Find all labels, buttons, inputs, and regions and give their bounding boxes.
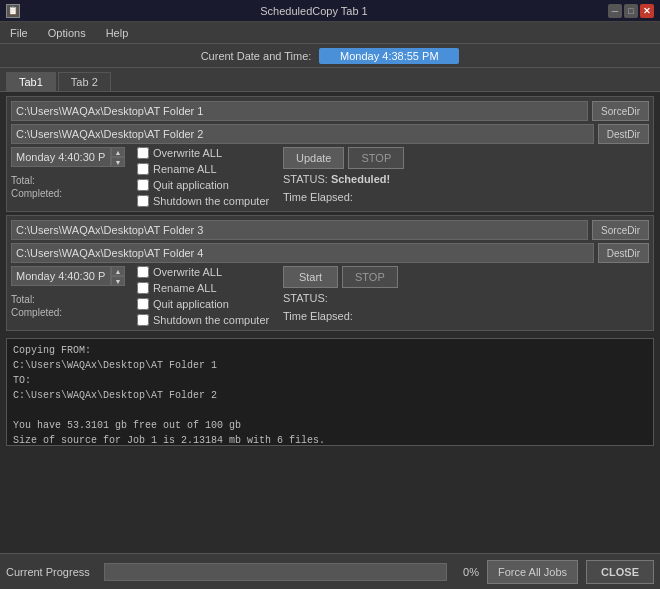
job1-dest-btn[interactable]: DestDir: [598, 124, 649, 144]
job1-time-up[interactable]: ▲: [111, 147, 125, 157]
close-button[interactable]: CLOSE: [586, 560, 654, 584]
job2-shutdown-row: Shutdown the computer: [137, 314, 277, 326]
job1-status-value: Scheduled!: [331, 173, 390, 185]
job1-overwrite-checkbox[interactable]: [137, 147, 149, 159]
log-area[interactable]: Copying FROM:C:\Users\WAQAx\Desktop\AT F…: [6, 338, 654, 446]
job1-time-input[interactable]: [11, 147, 111, 167]
job2-time-input[interactable]: [11, 266, 111, 286]
job1-source-input[interactable]: [11, 101, 588, 121]
job2-actions: Start STOP STATUS: Time Elapsed:: [283, 266, 443, 322]
job1-source-row: SorceDir: [11, 101, 649, 121]
job1-quit-label: Quit application: [153, 179, 229, 191]
job1-update-btn[interactable]: Update: [283, 147, 344, 169]
job1-time-down[interactable]: ▼: [111, 157, 125, 167]
menu-bar: File Options Help: [0, 22, 660, 44]
job1-stop-btn[interactable]: STOP: [348, 147, 404, 169]
window-controls: ─ □ ✕: [608, 4, 654, 18]
job2-quit-row: Quit application: [137, 298, 277, 310]
job1-rename-row: Rename ALL: [137, 163, 277, 175]
job2-rename-label: Rename ALL: [153, 282, 217, 294]
job2-start-btn[interactable]: Start: [283, 266, 338, 288]
job2-dest-row: DestDir: [11, 243, 649, 263]
job2-dest-input[interactable]: [11, 243, 594, 263]
tab-2[interactable]: Tab 2: [58, 72, 111, 91]
job2-overwrite-label: Overwrite ALL: [153, 266, 222, 278]
job1-quit-row: Quit application: [137, 179, 277, 191]
job1-options: Overwrite ALL Rename ALL Quit applicatio…: [137, 147, 277, 207]
job1-shutdown-checkbox[interactable]: [137, 195, 149, 207]
job1-time-picker: ▲ ▼ Total: Completed:: [11, 147, 131, 201]
job2-time-spinner: ▲ ▼: [111, 266, 125, 286]
job2-status-row: STATUS:: [283, 292, 443, 304]
job2-time-up[interactable]: ▲: [111, 266, 125, 276]
job1-overwrite-row: Overwrite ALL: [137, 147, 277, 159]
job2-overwrite-row: Overwrite ALL: [137, 266, 277, 278]
job1-dest-input[interactable]: [11, 124, 594, 144]
job2-shutdown-label: Shutdown the computer: [153, 314, 269, 326]
datetime-value: Monday 4:38:55 PM: [319, 48, 459, 64]
job2-time-row: ▲ ▼: [11, 266, 131, 286]
job2-quit-label: Quit application: [153, 298, 229, 310]
progress-label: Current Progress: [6, 566, 96, 578]
job2-time-picker: ▲ ▼ Total: Completed:: [11, 266, 131, 320]
job2-source-btn[interactable]: SorceDir: [592, 220, 649, 240]
minimize-button[interactable]: ─: [608, 4, 622, 18]
job1-completed-label: Completed:: [11, 188, 131, 199]
job2-options: Overwrite ALL Rename ALL Quit applicatio…: [137, 266, 277, 326]
bottom-bar: Current Progress 0% Force All Jobs CLOSE: [0, 553, 660, 589]
job1-status-row: STATUS: Scheduled!: [283, 173, 443, 185]
job1-btn-row: Update STOP: [283, 147, 443, 169]
job2-source-row: SorceDir: [11, 220, 649, 240]
job1-source-btn[interactable]: SorceDir: [592, 101, 649, 121]
job2-shutdown-checkbox[interactable]: [137, 314, 149, 326]
app-icon: 📋: [6, 4, 20, 18]
job-1-section: SorceDir DestDir ▲ ▼ Total: Completed:: [6, 96, 654, 212]
job2-controls: ▲ ▼ Total: Completed: Overwrite ALL Rena…: [11, 266, 649, 326]
job1-shutdown-row: Shutdown the computer: [137, 195, 277, 207]
job1-totals: Total: Completed:: [11, 175, 131, 201]
job1-actions: Update STOP STATUS: Scheduled! Time Elap…: [283, 147, 443, 203]
job2-rename-row: Rename ALL: [137, 282, 277, 294]
window-title: ScheduledCopy Tab 1: [20, 5, 608, 17]
job1-time-spinner: ▲ ▼: [111, 147, 125, 167]
datetime-label: Curent Date and Time:: [201, 50, 312, 62]
job1-total-label: Total:: [11, 175, 131, 186]
main-content: SorceDir DestDir ▲ ▼ Total: Completed:: [0, 92, 660, 335]
close-window-button[interactable]: ✕: [640, 4, 654, 18]
job2-status-label: STATUS:: [283, 292, 328, 304]
menu-options[interactable]: Options: [44, 25, 90, 41]
job2-time-down[interactable]: ▼: [111, 276, 125, 286]
job1-shutdown-label: Shutdown the computer: [153, 195, 269, 207]
maximize-button[interactable]: □: [624, 4, 638, 18]
job2-quit-checkbox[interactable]: [137, 298, 149, 310]
tab-bar: Tab1 Tab 2: [0, 68, 660, 92]
job1-rename-checkbox[interactable]: [137, 163, 149, 175]
job1-rename-label: Rename ALL: [153, 163, 217, 175]
job2-source-input[interactable]: [11, 220, 588, 240]
force-all-jobs-btn[interactable]: Force All Jobs: [487, 560, 578, 584]
job1-controls: ▲ ▼ Total: Completed: Overwrite ALL Rena…: [11, 147, 649, 207]
job2-time-elapsed: Time Elapsed:: [283, 310, 443, 322]
title-bar: 📋 ScheduledCopy Tab 1 ─ □ ✕: [0, 0, 660, 22]
menu-help[interactable]: Help: [102, 25, 133, 41]
job1-dest-row: DestDir: [11, 124, 649, 144]
job1-overwrite-label: Overwrite ALL: [153, 147, 222, 159]
job1-quit-checkbox[interactable]: [137, 179, 149, 191]
job2-btn-row: Start STOP: [283, 266, 443, 288]
job2-completed-label: Completed:: [11, 307, 131, 318]
datetime-bar: Curent Date and Time: Monday 4:38:55 PM: [0, 44, 660, 68]
job2-overwrite-checkbox[interactable]: [137, 266, 149, 278]
job-2-section: SorceDir DestDir ▲ ▼ Total: Completed:: [6, 215, 654, 331]
progress-bar-container: [104, 563, 447, 581]
tab-1[interactable]: Tab1: [6, 72, 56, 91]
job1-status-label: STATUS:: [283, 173, 328, 185]
job2-totals: Total: Completed:: [11, 294, 131, 320]
job1-time-row: ▲ ▼: [11, 147, 131, 167]
job2-dest-btn[interactable]: DestDir: [598, 243, 649, 263]
job2-stop-btn[interactable]: STOP: [342, 266, 398, 288]
progress-pct: 0%: [455, 566, 479, 578]
menu-file[interactable]: File: [6, 25, 32, 41]
job2-total-label: Total:: [11, 294, 131, 305]
job2-rename-checkbox[interactable]: [137, 282, 149, 294]
job1-time-elapsed: Time Elapsed:: [283, 191, 443, 203]
